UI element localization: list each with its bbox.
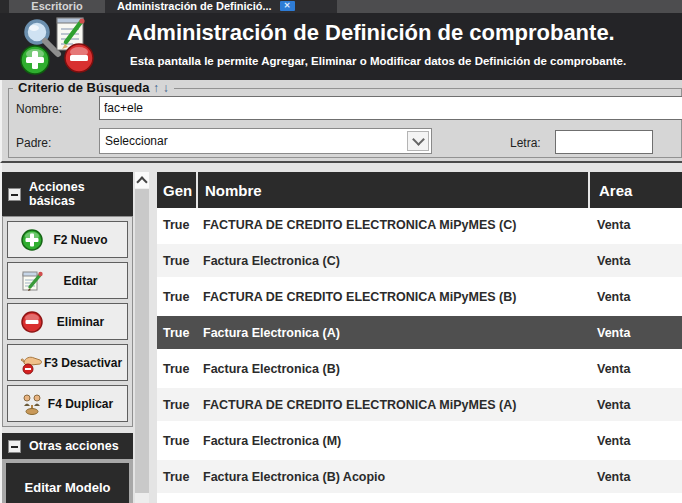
delete-icon — [20, 310, 44, 334]
table-row[interactable]: True FACTURA DE CREDITO ELECTRONICA MiPy… — [157, 388, 682, 421]
cell-area: Venta — [588, 470, 682, 484]
column-header-gen[interactable]: Gen — [157, 172, 196, 208]
other-actions-header[interactable]: Otras acciones — [2, 433, 133, 459]
edit-icon — [20, 269, 44, 293]
groupbox-legend-text: Criterio de Búsqueda — [18, 80, 149, 95]
cell-nombre: Factura Electronica (B) Acopio — [196, 470, 588, 484]
admin-crud-icon — [13, 15, 105, 80]
tab-label: Administración de Definició... — [117, 0, 272, 12]
tabbar-edge — [0, 0, 9, 13]
action-button-deactivate[interactable]: F3 Desactivar — [7, 344, 128, 381]
table-body: True FACTURA DE CREDITO ELECTRONICA MiPy… — [157, 208, 682, 493]
cell-nombre: Factura Electronica (M) — [196, 434, 588, 448]
cell-nombre: Factura Electronica (C) — [196, 254, 588, 268]
cell-gen: True — [157, 290, 196, 304]
cell-area: Venta — [588, 254, 682, 268]
duplicate-icon — [20, 392, 44, 416]
cell-gen: True — [157, 398, 196, 412]
cell-nombre: Factura Electronica (A) — [196, 326, 588, 340]
cell-gen: True — [157, 326, 196, 340]
nombre-input[interactable] — [99, 96, 682, 120]
basic-actions-header[interactable]: Acciones básicas — [2, 172, 133, 216]
sort-up-icon[interactable]: ↑ — [153, 81, 159, 95]
page-title: Administración de Definición de comproba… — [127, 20, 615, 46]
chevron-down-icon — [412, 133, 425, 146]
actions-sidebar: Acciones básicas F2 Nuevo Editar Elimina… — [2, 172, 133, 503]
cell-area: Venta — [588, 362, 682, 376]
action-button-add[interactable]: F2 Nuevo — [7, 221, 128, 258]
add-icon — [20, 228, 44, 252]
deactivate-icon — [20, 351, 44, 375]
page-header: Administración de Definición de comproba… — [0, 13, 682, 80]
cell-area: Venta — [588, 434, 682, 448]
results-table: Gen Nombre Area True FACTURA DE CREDITO … — [157, 172, 682, 503]
padre-select[interactable]: Seleccionar — [99, 128, 432, 154]
collapse-icon[interactable] — [8, 440, 21, 453]
other-actions-title: Otras acciones — [29, 439, 119, 453]
cell-nombre: FACTURA DE CREDITO ELECTRONICA MiPyMES (… — [196, 218, 588, 232]
search-criteria-section: Criterio de Búsqueda ↑ ↓ Nombre: Padre: … — [0, 80, 682, 163]
scroll-up-button[interactable] — [135, 172, 149, 188]
other-actions-body: Editar Modelo — [2, 459, 133, 503]
cell-gen: True — [157, 434, 196, 448]
sort-down-icon[interactable]: ↓ — [163, 81, 169, 95]
basic-actions-body: F2 Nuevo Editar Eliminar F3 Desactivar — [2, 216, 133, 427]
cell-area: Venta — [588, 290, 682, 304]
table-header-row: Gen Nombre Area — [157, 172, 682, 208]
padre-selected-value: Seleccionar — [105, 134, 168, 148]
cell-nombre: FACTURA DE CREDITO ELECTRONICA MiPyMES (… — [196, 290, 588, 304]
tab-escritorio[interactable]: Escritorio — [9, 0, 105, 13]
page-subtitle: Esta pantalla le permite Agregar, Elimin… — [130, 55, 626, 67]
table-row[interactable]: True FACTURA DE CREDITO ELECTRONICA MiPy… — [157, 208, 682, 241]
padre-label: Padre: — [16, 136, 51, 150]
vertical-scrollbar[interactable] — [135, 172, 149, 503]
cell-nombre: Factura Electronica (B) — [196, 362, 588, 376]
collapse-icon[interactable] — [8, 188, 21, 201]
cell-gen: True — [157, 362, 196, 376]
letra-input[interactable] — [555, 130, 653, 154]
table-row[interactable]: True FACTURA DE CREDITO ELECTRONICA MiPy… — [157, 280, 682, 313]
table-row[interactable]: True Factura Electronica (C) Venta — [157, 244, 682, 277]
padre-dropdown-button[interactable] — [407, 131, 429, 151]
letra-label: Letra: — [510, 136, 541, 150]
application-window: Escritorio Administración de Definició..… — [0, 0, 682, 503]
cell-gen: True — [157, 470, 196, 484]
tab-close-icon[interactable]: ✕ — [280, 1, 295, 11]
table-row[interactable]: True Factura Electronica (A) Venta — [157, 316, 682, 349]
cell-area: Venta — [588, 218, 682, 232]
groupbox-legend: Criterio de Búsqueda ↑ ↓ — [13, 80, 174, 95]
main-content: Acciones básicas F2 Nuevo Editar Elimina… — [0, 163, 682, 503]
action-button-edit[interactable]: Editar — [7, 262, 128, 299]
tab-administracion[interactable]: Administración de Definició... ✕ — [105, 0, 337, 13]
other-action-button[interactable]: Editar Modelo — [6, 463, 129, 503]
chevron-up-icon — [136, 176, 147, 187]
cell-area: Venta — [588, 398, 682, 412]
column-header-area[interactable]: Area — [588, 172, 682, 208]
action-button-duplicate[interactable]: F4 Duplicar — [7, 385, 128, 422]
tab-bar: Escritorio Administración de Definició..… — [0, 0, 682, 13]
cell-gen: True — [157, 218, 196, 232]
cell-area: Venta — [588, 326, 682, 340]
table-row[interactable]: True Factura Electronica (B) Acopio Vent… — [157, 460, 682, 493]
column-header-nombre[interactable]: Nombre — [196, 172, 588, 208]
table-row[interactable]: True Factura Electronica (M) Venta — [157, 424, 682, 457]
table-row[interactable]: True Factura Electronica (B) Venta — [157, 352, 682, 385]
cell-gen: True — [157, 254, 196, 268]
scrollbar-thumb[interactable] — [135, 189, 149, 493]
cell-nombre: FACTURA DE CREDITO ELECTRONICA MiPyMES (… — [196, 398, 588, 412]
basic-actions-title: Acciones básicas — [29, 180, 113, 208]
action-button-delete[interactable]: Eliminar — [7, 303, 128, 340]
nombre-label: Nombre: — [16, 102, 62, 116]
